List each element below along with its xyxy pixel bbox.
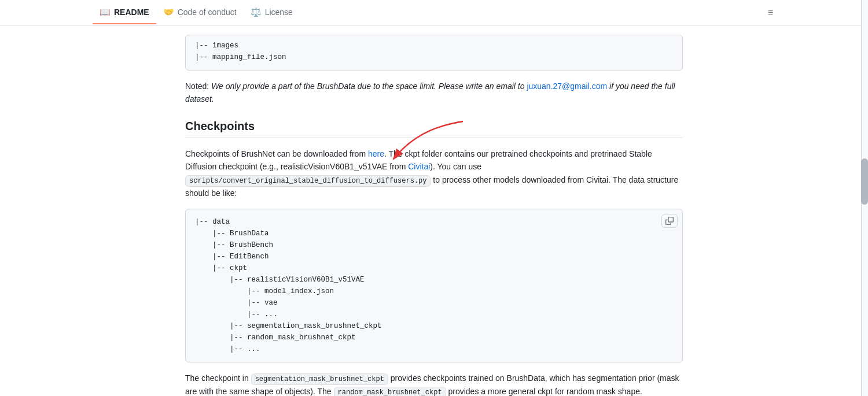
data-code-line-11: |-- random_mask_brushnet_ckpt	[195, 332, 673, 343]
data-code-line-4: |-- EditBench	[195, 251, 673, 262]
checkpoints-text-after-civitai: ). You can use	[430, 162, 481, 171]
data-code-line-1: |-- data	[195, 216, 673, 228]
checkpoints-heading: Checkpoints	[185, 120, 683, 138]
here-link[interactable]: here	[368, 149, 384, 158]
data-code-line-3: |-- BrushBench	[195, 239, 673, 251]
data-code-line-10: |-- segmentation_mask_brushnet_ckpt	[195, 320, 673, 332]
data-code-line-5: |-- ckpt	[195, 262, 673, 274]
checkpoints-intro-para: Checkpoints of BrushNet can be downloade…	[185, 147, 683, 199]
noted-italic: We only provide a part of the BrushData …	[211, 82, 527, 91]
copy-button[interactable]	[661, 214, 678, 228]
data-code-line-12: |-- ...	[195, 343, 673, 355]
noted-prefix: Noted:	[185, 82, 211, 91]
readme-content: |-- images |-- mapping_file.json Noted: …	[185, 25, 683, 396]
page-wrapper: 📖 README 🤝 Code of conduct ⚖️ License ≡ …	[0, 0, 868, 396]
email-link[interactable]: juxuan.27@gmail.com	[527, 82, 607, 91]
scrollbar-thumb[interactable]	[861, 158, 868, 205]
data-code-line-6: |-- realisticVisionV60B1_v51VAE	[195, 274, 673, 286]
data-code-line-7: |-- model_index.json	[195, 286, 673, 297]
bottom-text-3: provides a more general ckpt for random …	[446, 387, 642, 396]
tab-bar: 📖 README 🤝 Code of conduct ⚖️ License ≡	[0, 0, 868, 25]
top-code-line-2: |-- mapping_file.json	[195, 51, 673, 63]
data-code-block: |-- data |-- BrushData |-- BrushBench |-…	[185, 209, 683, 362]
random-mask-inline-code: random_mask_brushnet_ckpt	[334, 387, 446, 396]
data-code-line-8: |-- vae	[195, 297, 673, 309]
noted-paragraph: Noted: We only provide a part of the Bru…	[185, 80, 683, 106]
data-code-line-9: |-- ...	[195, 309, 673, 320]
tab-bar-right: ≡	[766, 5, 775, 20]
license-icon: ⚖️	[251, 7, 262, 17]
civitai-link[interactable]: Civitai	[408, 162, 430, 171]
top-code-line-1: |-- images	[195, 40, 673, 51]
content-area: |-- images |-- mapping_file.json Noted: …	[0, 25, 868, 396]
menu-icon[interactable]: ≡	[766, 5, 775, 20]
tab-license-label: License	[265, 8, 293, 17]
checkpoints-text-before-link: Checkpoints of BrushNet can be downloade…	[185, 149, 368, 158]
bottom-section: The checkpoint in segmentation_mask_brus…	[185, 372, 683, 396]
data-code-line-2: |-- BrushData	[195, 228, 673, 239]
bottom-text-1: The checkpoint in	[185, 373, 251, 383]
top-code-block: |-- images |-- mapping_file.json	[185, 35, 683, 71]
tab-readme-label: README	[114, 8, 149, 17]
tab-conduct-label: Code of conduct	[178, 8, 237, 17]
tab-license[interactable]: ⚖️ License	[244, 1, 300, 24]
tab-code-of-conduct[interactable]: 🤝 Code of conduct	[156, 1, 244, 24]
checkpoints-section: Checkpoints of BrushNet can be downloade…	[185, 147, 683, 199]
conduct-icon: 🤝	[163, 7, 174, 17]
scrollbar-track	[861, 0, 868, 396]
convert-script-inline-code: scripts/convert_original_stable_diffusio…	[185, 175, 431, 187]
readme-icon: 📖	[100, 7, 111, 17]
seg-mask-inline-code: segmentation_mask_brushnet_ckpt	[251, 373, 388, 385]
tab-readme[interactable]: 📖 README	[93, 1, 156, 24]
bottom-paragraph: The checkpoint in segmentation_mask_brus…	[185, 372, 683, 396]
